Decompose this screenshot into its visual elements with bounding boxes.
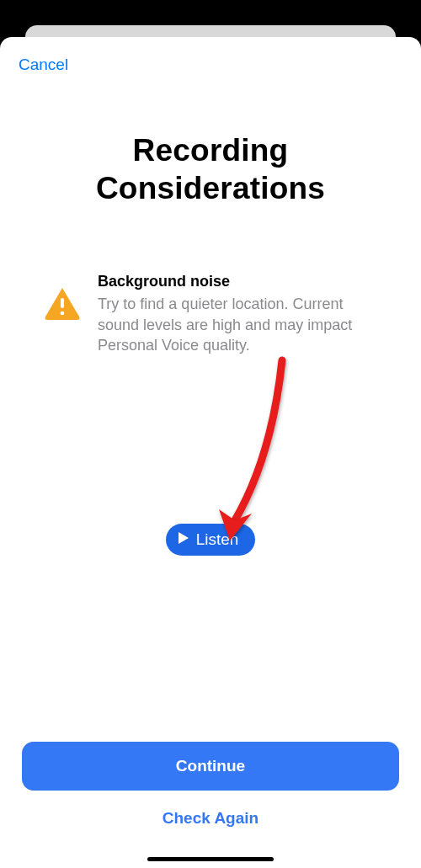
- warning-body: Try to find a quieter location. Current …: [98, 294, 387, 355]
- title-line-1: Recording: [133, 133, 289, 168]
- annotation-arrow-icon: [215, 355, 290, 549]
- listen-button[interactable]: Listen: [166, 524, 256, 556]
- listen-label: Listen: [196, 530, 239, 549]
- listen-area: Listen: [0, 355, 421, 589]
- svg-point-1: [61, 312, 65, 316]
- play-icon: [178, 530, 189, 549]
- title-line-2: Considerations: [96, 171, 325, 205]
- page-title: Recording Considerations: [0, 131, 421, 207]
- continue-button[interactable]: Continue: [22, 742, 399, 791]
- svg-rect-0: [61, 298, 64, 308]
- warning-triangle-icon: [44, 286, 81, 323]
- warning-text: Background noise Try to find a quieter l…: [98, 273, 387, 355]
- check-again-button[interactable]: Check Again: [22, 791, 399, 834]
- warning-title: Background noise: [98, 273, 387, 290]
- modal-sheet: Cancel Recording Considerations Backgrou…: [0, 37, 421, 868]
- home-indicator: [147, 857, 274, 861]
- bottom-button-group: Continue Check Again: [0, 742, 421, 868]
- warning-row: Background noise Try to find a quieter l…: [0, 273, 421, 355]
- cancel-button[interactable]: Cancel: [0, 51, 87, 79]
- spacer: [0, 589, 421, 742]
